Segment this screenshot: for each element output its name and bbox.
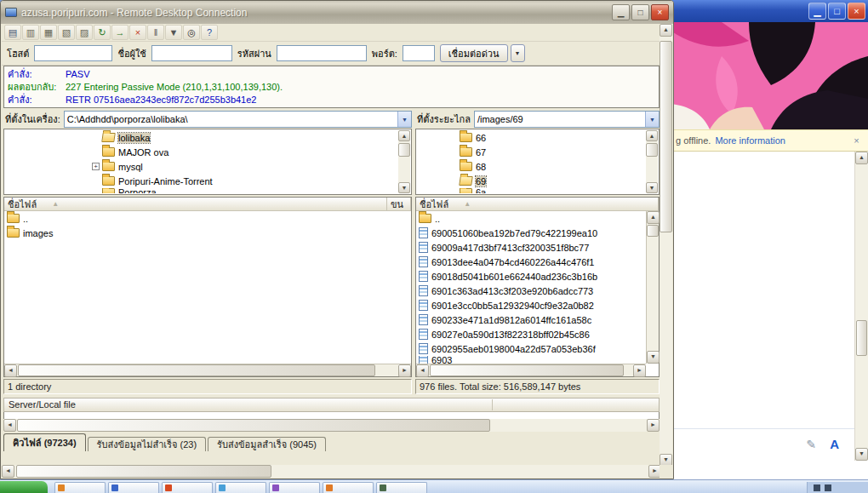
taskbar-button[interactable]	[323, 482, 374, 493]
toolbar-icon[interactable]: ◎	[183, 25, 200, 40]
remote-path-combo[interactable]: /images/69 ▼	[474, 111, 660, 128]
scrollbar-track[interactable]	[646, 141, 658, 182]
notification-close-icon[interactable]: ×	[850, 135, 863, 147]
taskbar-button[interactable]	[269, 482, 320, 493]
host-input[interactable]	[34, 45, 112, 61]
quickconnect-button[interactable]: เชื่อมต่อด่วน	[440, 44, 508, 62]
text-mode-icon[interactable]: A	[830, 437, 839, 451]
scrollbar-thumb[interactable]	[18, 364, 375, 376]
toolbar-icon[interactable]: →	[111, 25, 128, 40]
scrollbar-thumb[interactable]	[430, 364, 624, 376]
scrollbar-thumb[interactable]	[856, 320, 867, 356]
start-button[interactable]	[0, 481, 48, 493]
local-path-combo[interactable]: C:\Addhdd\porporza\lolibaka\ ▼	[64, 111, 412, 128]
scroll-up-icon[interactable]: ▲	[647, 211, 660, 224]
local-tree-scrollbar[interactable]: ▲ ▼	[398, 130, 410, 193]
scrollbar-thumb[interactable]	[660, 41, 672, 232]
file-row[interactable]: 690051060bea192b7ed79c422199ea10	[416, 226, 646, 240]
rdp-titlebar[interactable]: azusa.poripuri.com - Remote Desktop Conn…	[1, 1, 673, 24]
chevron-down-icon[interactable]: ▼	[645, 112, 659, 127]
scroll-left-icon[interactable]: ◄	[4, 364, 17, 377]
file-row[interactable]: ..	[4, 211, 411, 226]
queue-tab[interactable]: รับส่งข้อมูลสำเร็จ (9045)	[208, 437, 326, 451]
rdp-horizontal-scrollbar[interactable]: ◄ ►	[2, 465, 661, 478]
close-button[interactable]: ×	[848, 3, 865, 20]
scrollbar-track[interactable]	[855, 164, 868, 448]
toolbar-icon[interactable]: ▼	[165, 25, 182, 40]
scrollbar-track[interactable]	[14, 465, 648, 478]
tree-item[interactable]: + Porporza	[5, 188, 398, 193]
filename-column-header[interactable]: ชื่อไฟล์ ▲	[4, 198, 387, 210]
file-row[interactable]: images	[4, 226, 411, 240]
toolbar-icon[interactable]: ▥	[22, 25, 39, 40]
scrollbar-track[interactable]	[429, 364, 633, 376]
scrollbar-track[interactable]	[398, 141, 410, 182]
taskbar-button[interactable]	[108, 482, 159, 493]
toolbar-icon[interactable]: ▤	[4, 25, 21, 40]
transfer-queue[interactable]	[3, 412, 660, 419]
local-list-horizontal-scrollbar[interactable]: ◄ ►	[4, 364, 411, 376]
tree-item[interactable]: + 67	[417, 145, 646, 159]
scroll-up-icon[interactable]: ▲	[398, 130, 410, 141]
file-row[interactable]: ..	[416, 211, 646, 226]
tree-item[interactable]: + 68	[417, 159, 646, 174]
more-information-link[interactable]: More information	[715, 135, 785, 146]
scroll-up-icon[interactable]: ▲	[660, 24, 672, 37]
scroll-left-icon[interactable]: ◄	[2, 465, 14, 478]
toolbar-icon[interactable]: ‖	[147, 25, 164, 40]
scroll-up-icon[interactable]: ▲	[855, 152, 868, 164]
chevron-down-icon[interactable]: ▼	[397, 112, 411, 127]
remote-list-horizontal-scrollbar[interactable]: ◄ ►	[416, 364, 646, 376]
password-input[interactable]	[277, 45, 367, 61]
scrollbar-thumb[interactable]	[646, 143, 658, 157]
scrollbar-track[interactable]	[647, 224, 659, 351]
scroll-right-icon[interactable]: ►	[633, 364, 646, 377]
minimize-button[interactable]: ▁	[612, 4, 630, 20]
filesize-column-header[interactable]: ขน	[387, 198, 411, 210]
file-row[interactable]: 6902955aeb0198004a22d57a053eb36f	[416, 341, 646, 356]
file-row[interactable]: 6903	[416, 356, 646, 364]
tree-item[interactable]: + 66	[417, 130, 646, 145]
tree-item[interactable]: + lolibaka	[5, 130, 398, 145]
scrollbar-thumb[interactable]	[398, 143, 410, 157]
scroll-down-icon[interactable]: ▼	[647, 351, 660, 364]
port-input[interactable]	[403, 45, 435, 61]
scrollbar-thumb[interactable]	[17, 419, 490, 432]
file-row[interactable]: 69009a417d3bf7413cf3200351f8bc77	[416, 240, 646, 255]
toolbar-icon[interactable]: ▨	[76, 25, 93, 40]
filename-column-header[interactable]: ชื่อไฟล์ ▲	[416, 198, 659, 210]
scroll-down-icon[interactable]: ▼	[855, 448, 868, 461]
file-row[interactable]: 69013dee4a047b4cd460226a44c476f1	[416, 255, 646, 269]
file-row[interactable]: 6901c363ad413c3f203e920b6adcc773	[416, 284, 646, 298]
queue-horizontal-scrollbar[interactable]: ◄ ►	[3, 419, 660, 432]
scroll-left-icon[interactable]: ◄	[3, 419, 16, 432]
taskbar-button[interactable]	[162, 482, 213, 493]
rdp-vertical-scrollbar[interactable]: ▲ ▼	[660, 24, 672, 467]
maximize-button[interactable]: □	[631, 4, 649, 20]
remote-list-vertical-scrollbar[interactable]: ▲ ▼	[646, 211, 659, 364]
handwriting-mode-icon[interactable]: ✎	[806, 438, 816, 451]
toolbar-icon[interactable]: ▧	[58, 25, 75, 40]
scrollbar-track[interactable]	[17, 364, 398, 376]
toolbar-icon[interactable]: ▦	[40, 25, 57, 40]
background-vertical-scrollbar[interactable]: ▲ ▼	[854, 152, 868, 461]
file-row[interactable]: 69027e0a590d13f822318bff02b45c86	[416, 327, 646, 341]
quickconnect-dropdown-icon[interactable]: ▼	[511, 44, 525, 62]
queue-column-header[interactable]: Server/Local file	[3, 398, 660, 412]
tray-icon[interactable]	[814, 484, 820, 491]
toolbar-icon[interactable]: ?	[201, 25, 218, 40]
scroll-up-icon[interactable]: ▲	[646, 130, 658, 141]
tree-item[interactable]: + 69	[417, 174, 646, 188]
expand-icon[interactable]: +	[92, 163, 100, 170]
taskbar-button[interactable]	[376, 482, 427, 493]
minimize-button[interactable]: ▁	[808, 3, 826, 20]
close-button[interactable]: ×	[651, 4, 669, 20]
taskbar-button[interactable]	[215, 482, 266, 493]
scroll-down-icon[interactable]: ▼	[398, 182, 410, 193]
tree-item[interactable]: + mysql	[5, 159, 398, 174]
scrollbar-track[interactable]	[660, 37, 672, 454]
file-row[interactable]: 6901e3cc0bb5a12932940cf9e32a0b82	[416, 298, 646, 312]
scroll-down-icon[interactable]: ▼	[646, 182, 658, 193]
file-row[interactable]: 69018d5041b601e662440ad236c3b16b	[416, 269, 646, 284]
scrollbar-thumb[interactable]	[647, 225, 659, 237]
